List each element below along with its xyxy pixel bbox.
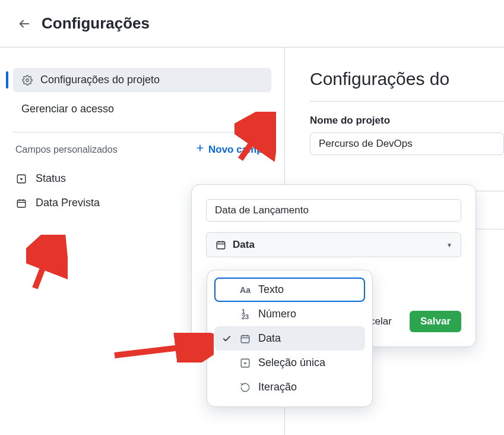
type-option-label: Seleção única bbox=[258, 357, 325, 369]
field-type-selected-label: Data bbox=[233, 239, 255, 251]
project-name-label: Nome do projeto bbox=[310, 115, 504, 127]
page-header: Configurações bbox=[0, 0, 504, 48]
check-icon bbox=[221, 334, 232, 343]
single-select-icon bbox=[239, 357, 251, 369]
type-option-single-select[interactable]: Seleção única bbox=[214, 351, 365, 375]
project-name-input[interactable] bbox=[310, 133, 504, 155]
text-icon: Aa bbox=[239, 284, 251, 296]
svg-rect-13 bbox=[241, 335, 249, 342]
type-option-text[interactable]: Aa Texto bbox=[214, 278, 365, 302]
sidebar-item-label: Gerenciar o acesso bbox=[21, 103, 114, 115]
svg-rect-9 bbox=[217, 242, 225, 249]
custom-fields-header: Campos personalizados Novo campo bbox=[13, 143, 271, 166]
save-button[interactable]: Salvar bbox=[410, 311, 461, 332]
field-name-input[interactable] bbox=[206, 199, 461, 222]
back-arrow-icon[interactable] bbox=[18, 17, 31, 30]
type-option-label: Iteração bbox=[258, 381, 297, 393]
type-option-date[interactable]: Data bbox=[214, 326, 365, 351]
iteration-icon bbox=[239, 382, 251, 393]
custom-fields-title: Campos personalizados bbox=[15, 144, 118, 155]
number-icon: 123 bbox=[239, 308, 251, 320]
field-label: Data Prevista bbox=[36, 197, 100, 209]
gear-icon bbox=[21, 74, 33, 86]
new-field-link[interactable]: Novo campo bbox=[195, 143, 269, 156]
plus-icon bbox=[195, 143, 205, 156]
svg-point-1 bbox=[26, 78, 29, 81]
divider bbox=[13, 132, 271, 133]
calendar-icon bbox=[215, 239, 227, 251]
svg-rect-5 bbox=[17, 200, 26, 207]
sidebar-item-label: Configurações do projeto bbox=[40, 74, 160, 86]
single-select-icon bbox=[15, 173, 27, 185]
field-type-select[interactable]: Data ▼ bbox=[206, 232, 461, 257]
type-option-label: Data bbox=[258, 332, 281, 345]
sidebar-item-manage-access[interactable]: Gerenciar o acesso bbox=[13, 97, 271, 121]
type-option-label: Texto bbox=[258, 283, 284, 296]
page-title: Configurações bbox=[42, 14, 150, 33]
type-option-iteration[interactable]: Iteração bbox=[214, 375, 365, 399]
field-type-dropdown: Aa Texto 123 Número Data Seleção única I… bbox=[207, 270, 373, 407]
field-label: Status bbox=[36, 172, 66, 185]
type-option-number[interactable]: 123 Número bbox=[214, 302, 365, 326]
type-option-label: Número bbox=[258, 308, 296, 320]
divider bbox=[310, 101, 504, 102]
calendar-icon bbox=[239, 333, 251, 345]
new-field-label: Novo campo bbox=[208, 144, 269, 156]
calendar-icon bbox=[15, 197, 27, 209]
main-title: Configurações do bbox=[310, 69, 504, 89]
sidebar-item-project-settings[interactable]: Configurações do projeto bbox=[13, 68, 271, 92]
chevron-down-icon: ▼ bbox=[446, 242, 452, 248]
